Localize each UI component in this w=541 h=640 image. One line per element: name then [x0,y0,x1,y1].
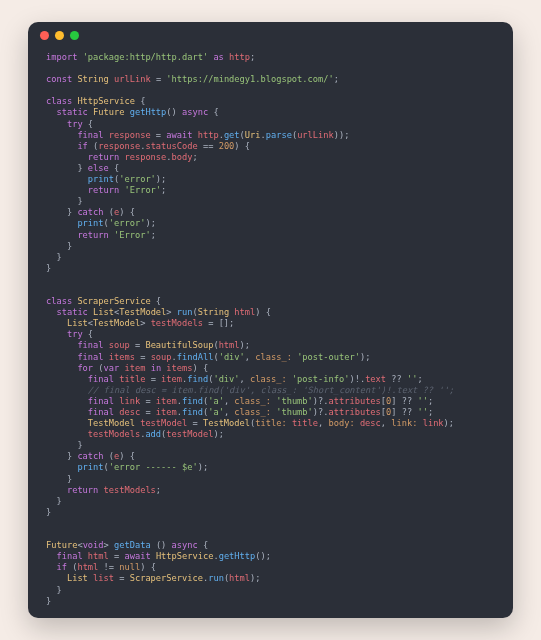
minimize-icon[interactable] [55,31,64,40]
code-content: import 'package:http/http.dart' as http;… [28,48,513,607]
maximize-icon[interactable] [70,31,79,40]
source-code: import 'package:http/http.dart' as http;… [46,52,513,607]
window-titlebar [28,22,513,48]
code-editor-window: import 'package:http/http.dart' as http;… [28,22,513,618]
close-icon[interactable] [40,31,49,40]
